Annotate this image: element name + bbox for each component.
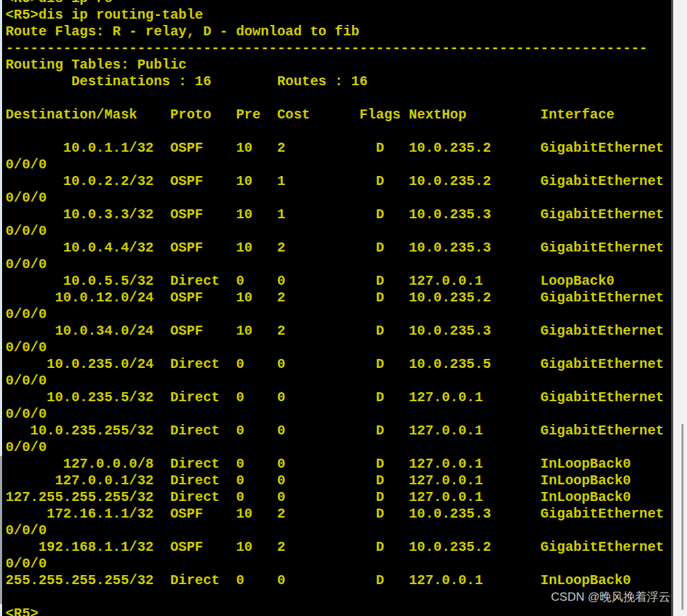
left-scrollbar-thumb[interactable]: [0, 456, 2, 604]
left-scrollbar-track[interactable]: [0, 0, 2, 616]
right-scrollbar-thumb[interactable]: [681, 424, 684, 610]
terminal-output: <R5>dis ip ro <R5>dis ip routing-table R…: [6, 0, 664, 616]
terminal-screen: <R5>dis ip ro <R5>dis ip routing-table R…: [0, 0, 687, 616]
right-scrollbar-track[interactable]: [673, 0, 687, 616]
csdn-watermark: CSDN @晚风挽着浮云: [551, 590, 670, 604]
